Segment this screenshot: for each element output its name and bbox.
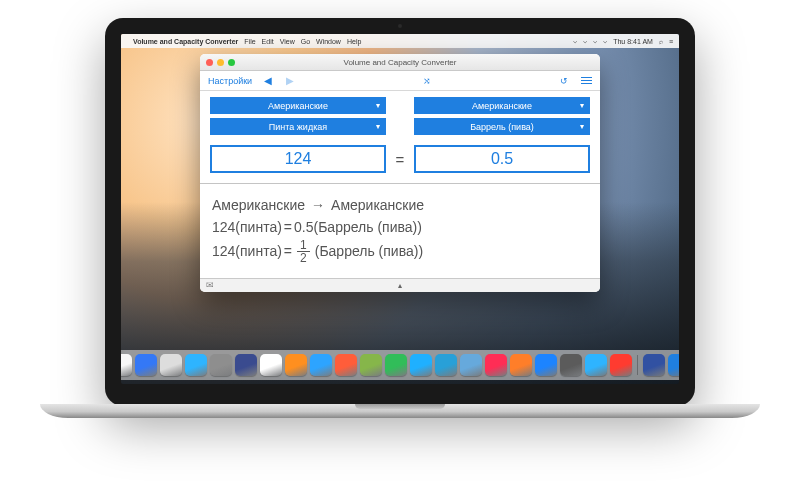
to-system-label: Американские <box>472 101 532 111</box>
dock-app-icon[interactable] <box>121 354 132 376</box>
dock-app-icon[interactable] <box>285 354 307 376</box>
dock-app-icon[interactable] <box>585 354 607 376</box>
history-forward-button[interactable]: ▶ <box>284 75 296 86</box>
menu-window[interactable]: Window <box>316 38 341 45</box>
from-unit-select[interactable]: Пинта жидкая <box>210 118 386 135</box>
result-fraction-eq: = <box>284 240 292 262</box>
result-area: Американские → Американские 124(пинта) =… <box>200 184 600 278</box>
dock-app-icon[interactable] <box>135 354 157 376</box>
dock-separator <box>637 355 638 375</box>
to-system-select[interactable]: Американские <box>414 97 590 114</box>
menu-view[interactable]: View <box>280 38 295 45</box>
history-back-button[interactable]: ◀ <box>262 75 274 86</box>
zoom-button[interactable] <box>228 59 235 66</box>
result-decimal-rhs: 0.5(Баррель (пива)) <box>294 216 422 238</box>
dock-app-icon[interactable] <box>485 354 507 376</box>
converter-window: Volume and Capacity Converter Настройки … <box>200 54 600 292</box>
equals-label: = <box>386 151 414 168</box>
expand-up-icon[interactable]: ▴ <box>398 281 402 290</box>
to-unit-select[interactable]: Баррель (пива) <box>414 118 590 135</box>
mail-icon[interactable]: ✉ <box>206 280 214 290</box>
traffic-lights <box>206 59 235 66</box>
macos-menubar: Volume and Capacity Converter File Edit … <box>121 34 679 48</box>
dock <box>121 350 679 380</box>
menu-go[interactable]: Go <box>301 38 310 45</box>
to-unit-label: Баррель (пива) <box>470 122 534 132</box>
swap-button[interactable]: ⤭ <box>421 76 433 86</box>
result-decimal-lhs: 124(пинта) <box>212 216 282 238</box>
dock-app-icon[interactable] <box>335 354 357 376</box>
dock-app-icon[interactable] <box>235 354 257 376</box>
dock-app-icon[interactable] <box>535 354 557 376</box>
fraction-denominator: 2 <box>297 252 310 264</box>
result-fraction-lhs: 124(пинта) <box>212 240 282 262</box>
result-from-system: Американские <box>212 194 305 216</box>
wifi-icon[interactable]: ⌵ <box>583 37 587 45</box>
from-system-select[interactable]: Американские <box>210 97 386 114</box>
menu-edit[interactable]: Edit <box>262 38 274 45</box>
dock-app-icon[interactable] <box>310 354 332 376</box>
dock-app-icon[interactable] <box>260 354 282 376</box>
bluetooth-icon[interactable]: ⌵ <box>573 37 577 45</box>
from-system-label: Американские <box>268 101 328 111</box>
result-fraction-rhs: (Баррель (пива)) <box>315 240 423 262</box>
from-unit-label: Пинта жидкая <box>269 122 327 132</box>
menu-help[interactable]: Help <box>347 38 361 45</box>
camera-icon <box>398 24 402 28</box>
dock-app-icon[interactable] <box>610 354 632 376</box>
laptop-base <box>40 404 760 418</box>
dock-app-icon[interactable] <box>210 354 232 376</box>
fraction-numerator: 1 <box>297 239 310 252</box>
result-fraction-line: 124(пинта) = 1 2 (Баррель (пива)) <box>212 239 588 264</box>
desktop-screen: Volume and Capacity Converter File Edit … <box>121 34 679 384</box>
result-fraction: 1 2 <box>297 239 310 264</box>
search-icon[interactable]: ⌕ <box>659 38 663 45</box>
menu-file[interactable]: File <box>244 38 255 45</box>
dock-app-icon[interactable] <box>643 354 665 376</box>
app-toolbar: Настройки ◀ ▶ ⤭ ↺ <box>200 71 600 91</box>
to-value-output[interactable]: 0.5 <box>414 145 590 173</box>
window-footer: ✉ ▴ <box>200 278 600 292</box>
result-systems-line: Американские → Американские <box>212 194 588 216</box>
result-decimal-eq: = <box>284 216 292 238</box>
menu-icon[interactable] <box>580 77 592 85</box>
from-value-input[interactable]: 124 <box>210 145 386 173</box>
macbook-mockup: Volume and Capacity Converter File Edit … <box>105 18 695 418</box>
dock-app-icon[interactable] <box>510 354 532 376</box>
dock-app-icon[interactable] <box>560 354 582 376</box>
minimize-button[interactable] <box>217 59 224 66</box>
window-title: Volume and Capacity Converter <box>200 58 600 67</box>
window-titlebar: Volume and Capacity Converter <box>200 54 600 71</box>
screen-bezel: Volume and Capacity Converter File Edit … <box>105 18 695 406</box>
close-button[interactable] <box>206 59 213 66</box>
dock-app-icon[interactable] <box>160 354 182 376</box>
dock-app-icon[interactable] <box>668 354 679 376</box>
result-to-system: Американские <box>331 194 424 216</box>
to-value: 0.5 <box>491 150 513 168</box>
dock-app-icon[interactable] <box>385 354 407 376</box>
menubar-app-name[interactable]: Volume and Capacity Converter <box>133 38 238 45</box>
dock-app-icon[interactable] <box>435 354 457 376</box>
menubar-clock[interactable]: Thu 8:41 AM <box>613 38 653 45</box>
notifications-icon[interactable]: ≡ <box>669 38 673 45</box>
dock-app-icon[interactable] <box>185 354 207 376</box>
undo-button[interactable]: ↺ <box>558 76 570 86</box>
conversion-controls: Американские Американские Пинта жидкая Б… <box>200 91 600 183</box>
dock-app-icon[interactable] <box>460 354 482 376</box>
volume-icon[interactable]: ⌵ <box>593 37 597 45</box>
arrow-right-icon: → <box>311 194 325 216</box>
battery-icon[interactable]: ⌵ <box>603 37 607 45</box>
dock-app-icon[interactable] <box>360 354 382 376</box>
settings-button[interactable]: Настройки <box>208 76 252 86</box>
result-decimal-line: 124(пинта) = 0.5(Баррель (пива)) <box>212 216 588 238</box>
dock-app-icon[interactable] <box>410 354 432 376</box>
from-value: 124 <box>285 150 312 168</box>
